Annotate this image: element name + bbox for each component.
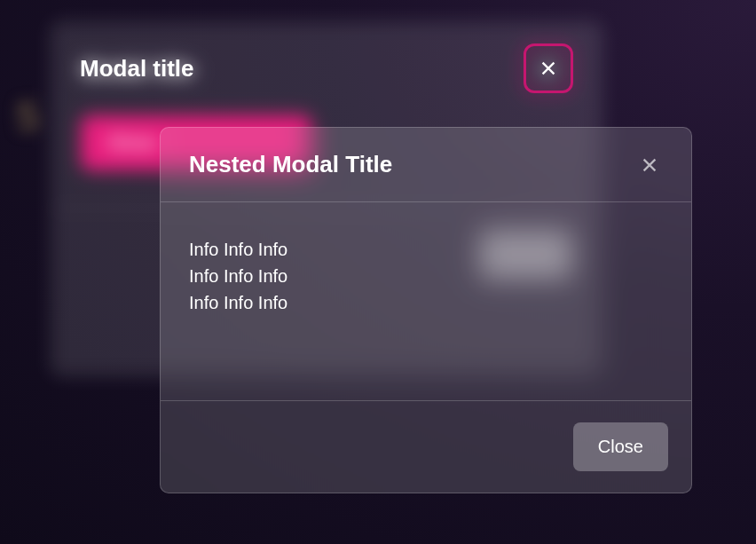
nested-modal-close-x-button[interactable] — [636, 152, 663, 178]
close-icon — [539, 59, 558, 78]
info-line: Info Info Info — [189, 263, 663, 289]
first-modal-header: Modal title — [51, 22, 602, 114]
info-line: Info Info Info — [189, 289, 663, 316]
nested-modal-close-button[interactable]: Close — [573, 422, 668, 471]
first-modal-title: Modal title — [80, 55, 194, 83]
section-number: 5 — [16, 92, 40, 141]
info-line: Info Info Info — [189, 236, 663, 263]
nested-modal-body: Info Info Info Info Info Info Info Info … — [161, 202, 691, 400]
nested-modal-title: Nested Modal Title — [189, 151, 392, 178]
close-icon — [640, 155, 659, 175]
nested-modal-header: Nested Modal Title — [161, 128, 691, 202]
first-modal-close-button[interactable] — [524, 43, 573, 93]
nested-modal-footer: Close — [161, 400, 691, 493]
nested-modal: Nested Modal Title Info Info Info Info I… — [160, 127, 692, 493]
